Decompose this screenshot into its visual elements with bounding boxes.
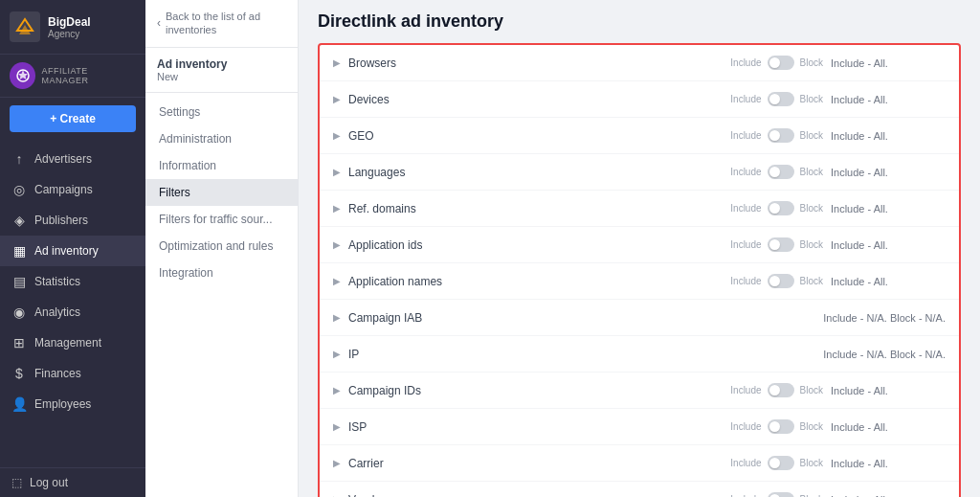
employees-icon: 👤 — [11, 396, 27, 412]
toggle-switch[interactable] — [768, 237, 794, 252]
logout-button[interactable]: ⬚ Log out — [0, 467, 145, 497]
filter-row: ▶Ref. domainsIncludeBlockInclude - All. — [320, 191, 959, 227]
sub-nav-filters[interactable]: Filters — [145, 179, 298, 206]
sidebar-item-label: Finances — [34, 367, 134, 380]
analytics-icon: ◉ — [11, 305, 27, 320]
filter-row: ▶Campaign IDsIncludeBlockInclude - All. — [320, 373, 959, 409]
toggle-switch[interactable] — [768, 383, 794, 397]
filter-row: ▶IPInclude - N/A. Block - N/A. — [320, 336, 959, 373]
back-link[interactable]: ‹ Back to the list of ad inventories — [145, 0, 298, 48]
filter-name: Application names — [348, 275, 730, 288]
filter-status: Include - All. — [831, 385, 946, 396]
filter-name: Carrier — [348, 457, 730, 470]
sidebar-item-ad-inventory[interactable]: ▦ Ad inventory — [0, 236, 145, 266]
sidebar-item-advertisers[interactable]: ↑ Advertisers — [0, 144, 145, 174]
expand-arrow-icon[interactable]: ▶ — [333, 167, 341, 177]
sidebar-item-statistics[interactable]: ▤ Statistics — [0, 266, 145, 297]
toggle-switch[interactable] — [768, 165, 794, 179]
sidebar-item-label: Advertisers — [34, 152, 134, 166]
sidebar-item-label: Ad inventory — [34, 244, 134, 258]
sidebar-item-management[interactable]: ⊞ Management — [0, 328, 145, 358]
filter-row: ▶ISPIncludeBlockInclude - All. — [320, 409, 959, 445]
sidebar-item-employees[interactable]: 👤 Employees — [0, 389, 145, 419]
toggle-switch[interactable] — [768, 201, 794, 215]
toggle-switch[interactable] — [768, 274, 794, 288]
logo-area: BigDeal Agency — [0, 0, 145, 55]
affiliate-section: AFFILIATE MANAGER — [0, 55, 145, 98]
expand-arrow-icon[interactable]: ▶ — [333, 130, 341, 141]
sidebar-item-label: Publishers — [34, 214, 134, 227]
filter-row: ▶Campaign IABInclude - N/A. Block - N/A. — [320, 300, 959, 336]
include-label: Include — [730, 385, 761, 395]
toggle-switch[interactable] — [768, 492, 794, 497]
sub-nav-optimization[interactable]: Optimization and rules — [145, 233, 298, 260]
filter-row: ▶GEOIncludeBlockInclude - All. — [320, 118, 959, 154]
block-label: Block — [800, 203, 823, 214]
filter-name: ISP — [348, 420, 730, 434]
sidebar-item-finances[interactable]: $ Finances — [0, 358, 145, 389]
sidebar-item-publishers[interactable]: ◈ Publishers — [0, 205, 145, 236]
include-label: Include — [730, 239, 761, 250]
sidebar-item-analytics[interactable]: ◉ Analytics — [0, 297, 145, 328]
create-button[interactable]: + Create — [10, 105, 136, 132]
filter-controls: IncludeBlock — [730, 274, 823, 288]
filter-name: Languages — [348, 166, 730, 179]
filter-row: ▶DevicesIncludeBlockInclude - All. — [320, 81, 959, 118]
toggle-switch[interactable] — [768, 419, 794, 434]
filter-row: ▶Application namesIncludeBlockInclude - … — [320, 263, 959, 300]
filter-status: Include - All. — [831, 494, 946, 498]
filter-controls: IncludeBlock — [730, 128, 823, 143]
expand-arrow-icon[interactable]: ▶ — [333, 276, 341, 286]
filter-status: Include - All. — [831, 421, 946, 433]
sub-nav-information[interactable]: Information — [145, 152, 298, 179]
filter-name: Browsers — [348, 56, 730, 70]
block-label: Block — [800, 385, 823, 395]
include-label: Include — [730, 203, 761, 214]
filter-controls: IncludeBlock — [730, 56, 823, 70]
expand-arrow-icon[interactable]: ▶ — [333, 203, 341, 214]
filter-status: Include - All. — [831, 203, 946, 215]
filter-name: Ref. domains — [348, 202, 730, 215]
toggle-switch[interactable] — [768, 128, 794, 143]
sub-nav-administration[interactable]: Administration — [145, 125, 298, 152]
publishers-icon: ◈ — [11, 213, 27, 228]
filter-status: Include - All. — [831, 57, 946, 69]
sub-nav: Settings Administration Information Filt… — [145, 93, 298, 497]
sidebar-item-label: Campaigns — [34, 183, 134, 196]
logout-icon: ⬚ — [11, 476, 22, 489]
filter-name: Campaign IDs — [348, 384, 730, 397]
sub-nav-filters-traffic[interactable]: Filters for traffic sour... — [145, 206, 298, 233]
block-label: Block — [800, 57, 823, 68]
page-title: Directlink ad inventory — [318, 11, 961, 32]
expand-arrow-icon[interactable]: ▶ — [333, 94, 341, 104]
toggle-switch[interactable] — [768, 456, 794, 470]
filter-status: Include - All. — [831, 239, 946, 251]
toggle-switch[interactable] — [768, 92, 794, 106]
expand-arrow-icon[interactable]: ▶ — [333, 312, 341, 323]
filter-controls: IncludeBlock — [730, 456, 823, 470]
expand-arrow-icon[interactable]: ▶ — [333, 349, 341, 359]
block-label: Block — [800, 167, 823, 177]
sub-nav-settings[interactable]: Settings — [145, 99, 298, 125]
include-label: Include — [730, 276, 761, 286]
filter-status: Include - All. — [831, 167, 946, 178]
filter-controls: IncludeBlock — [730, 237, 823, 252]
toggle-switch[interactable] — [768, 56, 794, 70]
sidebar: BigDeal Agency AFFILIATE MANAGER + Creat… — [0, 0, 145, 497]
sidebar-item-campaigns[interactable]: ◎ Campaigns — [0, 174, 145, 205]
expand-arrow-icon[interactable]: ▶ — [333, 239, 341, 250]
sidebar-item-label: Statistics — [34, 275, 134, 288]
logo-text: BigDeal Agency — [48, 15, 91, 39]
expand-arrow-icon[interactable]: ▶ — [333, 385, 341, 395]
expand-arrow-icon[interactable]: ▶ — [333, 421, 341, 432]
filter-row: ▶CarrierIncludeBlockInclude - All. — [320, 445, 959, 482]
include-label: Include — [730, 421, 761, 432]
affiliate-label: AFFILIATE MANAGER — [41, 66, 136, 85]
expand-arrow-icon[interactable]: ▶ — [333, 458, 341, 468]
statistics-icon: ▤ — [11, 274, 27, 289]
filter-controls: IncludeBlock — [730, 492, 823, 497]
expand-arrow-icon[interactable]: ▶ — [333, 57, 341, 68]
block-label: Block — [800, 94, 823, 104]
block-label: Block — [800, 458, 823, 468]
sub-nav-integration[interactable]: Integration — [145, 260, 298, 286]
